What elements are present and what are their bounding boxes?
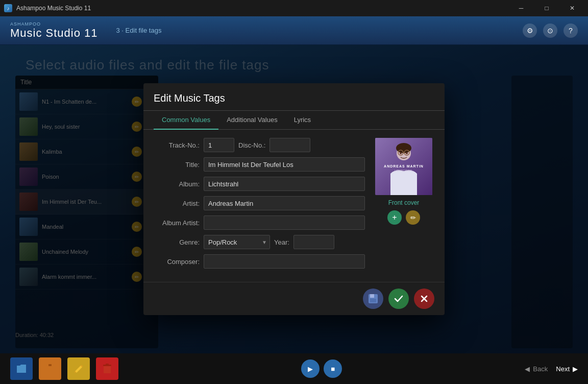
headerbar: Ashampoo Music Studio 11 3 · Edit file t…: [0, 16, 588, 45]
svg-rect-12: [370, 299, 376, 302]
track-no-input[interactable]: [204, 138, 234, 152]
cover-add-button[interactable]: +: [387, 210, 402, 225]
taskbar-nav: ◀ Back Next ▶: [525, 365, 578, 373]
genre-year-row: Genre: Pop/Rock Rock Pop Classical Jazz: [154, 235, 365, 249]
cover-label: Front cover: [388, 199, 420, 206]
next-label: Next: [556, 365, 570, 373]
svg-text:ANDREAS MARTIN: ANDREAS MARTIN: [384, 164, 424, 168]
stop-button[interactable]: ■: [324, 359, 342, 378]
disc-no-input[interactable]: [270, 138, 310, 152]
close-button[interactable]: ✕: [560, 0, 584, 16]
modal-overlay: Edit Music Tags Common Values Additional…: [0, 45, 588, 353]
cover-image: ANDREAS MARTIN LICHTSTRAHL: [375, 138, 432, 195]
svg-rect-18: [106, 364, 109, 365]
svg-point-4: [406, 152, 408, 154]
next-arrow-icon: ▶: [573, 365, 578, 373]
track-disc-inputs: Disc-No.:: [204, 138, 365, 152]
save-button[interactable]: [363, 289, 383, 309]
minimize-button[interactable]: ─: [509, 0, 533, 16]
dialog-tabs: Common Values Additional Values Lyrics: [143, 111, 445, 130]
info-button[interactable]: ?: [564, 23, 578, 38]
clipboard-icon: [45, 363, 55, 374]
track-disc-row: Track-No.: Disc-No.:: [154, 138, 365, 152]
cancel-icon: [419, 293, 430, 304]
artist-row: Artist:: [154, 196, 365, 210]
svg-rect-13: [374, 295, 375, 297]
folder-icon: [16, 364, 27, 374]
tab-common-values[interactable]: Common Values: [154, 111, 218, 130]
album-artist-input[interactable]: [204, 215, 365, 230]
cover-edit-button[interactable]: ✏: [406, 210, 420, 225]
taskbar-btn-clipboard[interactable]: [39, 357, 61, 380]
edit-music-tags-dialog: Edit Music Tags Common Values Additional…: [143, 83, 445, 315]
breadcrumb: 3 · Edit file tags: [116, 27, 162, 34]
taskbar-btn-edit[interactable]: [67, 357, 90, 380]
genre-wrapper: Pop/Rock Rock Pop Classical Jazz ▼: [204, 235, 270, 249]
main-content: Select audio files and edit the file tag…: [0, 45, 588, 353]
disc-no-label: Disc-No.:: [238, 141, 265, 149]
header-icons: ⚙ ⊙ ?: [523, 23, 578, 38]
track-no-label: Track-No.:: [154, 141, 200, 149]
confirm-button[interactable]: [388, 289, 409, 309]
tab-lyrics[interactable]: Lyrics: [286, 111, 319, 130]
trash-icon: [103, 363, 112, 374]
title-row: Title:: [154, 157, 365, 172]
svg-text:LICHTSTRAHL: LICHTSTRAHL: [395, 170, 413, 172]
svg-point-3: [400, 152, 402, 154]
help-button[interactable]: ⊙: [543, 23, 557, 38]
titlebar-controls: ─ □ ✕: [509, 0, 584, 16]
album-artist-row: Album Artist:: [154, 215, 365, 230]
title-label: Title:: [154, 161, 200, 169]
artist-input[interactable]: [204, 196, 365, 210]
composer-input[interactable]: [204, 254, 365, 269]
composer-label: Composer:: [154, 258, 200, 266]
genre-select[interactable]: Pop/Rock Rock Pop Classical Jazz: [204, 235, 270, 249]
titlebar: ♪ Ashampoo Music Studio 11 ─ □ ✕: [0, 0, 588, 16]
save-icon: [368, 293, 379, 304]
breadcrumb-text: 3 · Edit file tags: [116, 27, 162, 34]
cover-panel: ANDREAS MARTIN LICHTSTRAHL Front cover +…: [373, 138, 434, 274]
dialog-footer: [143, 282, 445, 315]
cover-actions: + ✏: [387, 210, 420, 225]
play-button[interactable]: ▶: [301, 359, 320, 378]
taskbar-btn-folder[interactable]: [10, 357, 33, 380]
year-input[interactable]: [293, 235, 334, 249]
album-art-svg: ANDREAS MARTIN LICHTSTRAHL: [375, 138, 432, 195]
title-input[interactable]: [204, 157, 365, 172]
next-button[interactable]: Next ▶: [556, 365, 578, 373]
genre-year-inputs: Pop/Rock Rock Pop Classical Jazz ▼ Year:: [204, 235, 365, 249]
back-button[interactable]: ◀ Back: [525, 365, 548, 373]
album-input[interactable]: [204, 177, 365, 191]
dialog-title: Edit Music Tags: [143, 83, 445, 111]
settings-button[interactable]: ⚙: [523, 23, 537, 38]
checkmark-icon: [393, 293, 404, 304]
taskbar: ▶ ■ ◀ Back Next ▶: [0, 353, 588, 384]
dialog-form: Track-No.: Disc-No.: Title:: [154, 138, 365, 274]
titlebar-left: ♪ Ashampoo Music Studio 11: [4, 4, 91, 12]
app-icon: ♪: [4, 4, 12, 12]
tab-additional-values[interactable]: Additional Values: [218, 111, 286, 130]
album-row: Album:: [154, 177, 365, 191]
titlebar-title: Ashampoo Music Studio 11: [16, 5, 91, 12]
genre-label: Genre:: [154, 238, 200, 246]
svg-rect-15: [48, 364, 52, 366]
back-label: Back: [533, 365, 548, 373]
svg-rect-11: [370, 294, 374, 298]
album-artist-label: Album Artist:: [154, 219, 200, 227]
svg-rect-16: [104, 366, 111, 373]
year-label: Year:: [274, 238, 289, 246]
logo-top: Ashampoo: [10, 21, 98, 27]
back-arrow-icon: ◀: [525, 365, 530, 373]
maximize-button[interactable]: □: [535, 0, 558, 16]
cancel-button[interactable]: [414, 289, 434, 309]
app-logo: Ashampoo Music Studio 11: [10, 21, 98, 40]
dialog-body: Track-No.: Disc-No.: Title:: [143, 130, 445, 282]
logo-main: Music Studio 11: [10, 27, 98, 40]
artist-label: Artist:: [154, 200, 200, 207]
taskbar-center: ▶ ■: [125, 359, 519, 378]
pencil-icon: [74, 364, 84, 374]
album-label: Album:: [154, 180, 200, 188]
svg-rect-14: [46, 365, 54, 373]
composer-row: Composer:: [154, 254, 365, 269]
taskbar-btn-delete[interactable]: [96, 357, 118, 380]
